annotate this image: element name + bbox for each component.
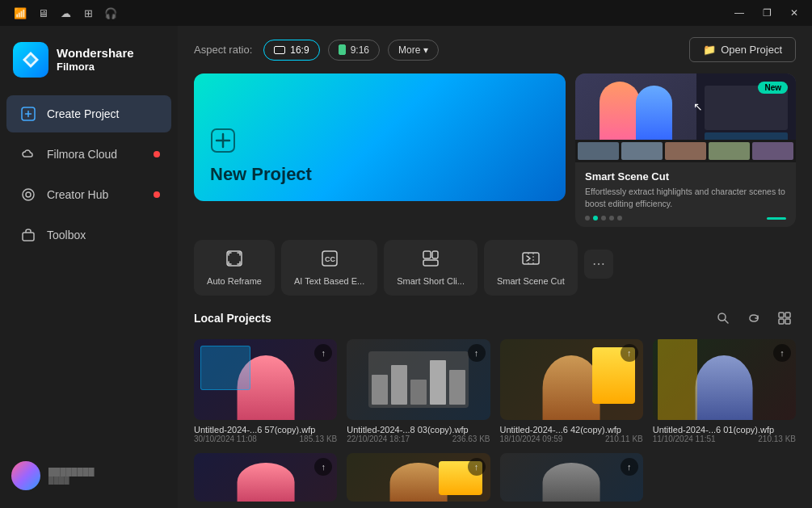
aspect-9-16-button[interactable]: 9:16 [328, 40, 380, 61]
thumb-4 [709, 142, 750, 160]
minimize-button[interactable]: — [728, 4, 751, 22]
project-name-4: Untitled-2024-...6 01(copy).wfp [653, 425, 796, 435]
person-thumb-b1 [237, 463, 294, 502]
project-item-1[interactable]: ↑ Untitled-2024-...6 57(copy).wfp 30/10/… [194, 339, 337, 443]
sidebar-item-create-project[interactable]: Create Project [6, 95, 171, 132]
project-thumb-b1: ↑ [194, 453, 337, 502]
user-avatar [11, 461, 40, 490]
slide-dot-4[interactable] [609, 216, 614, 220]
creator-hub-icon [19, 186, 37, 204]
app-logo-text: Wondershare Filmora [57, 46, 134, 73]
upload-icon-3: ↑ [621, 344, 638, 362]
project-grid: ↑ Untitled-2024-...6 57(copy).wfp 30/10/… [194, 339, 796, 443]
refresh-projects-button[interactable] [743, 307, 765, 330]
sidebar-user[interactable]: ████████ ████ [0, 453, 178, 498]
sidebar-item-filmora-cloud-label: Filmora Cloud [47, 148, 117, 161]
tool-smart-scene-cut[interactable]: Smart Scene Cut [484, 240, 578, 296]
upload-icon-b2: ↑ [468, 458, 486, 476]
svg-rect-3 [23, 233, 34, 241]
upload-icon-b3: ↑ [621, 458, 638, 476]
project-thumb-2: ↑ [347, 339, 490, 420]
person1-silhouette [600, 82, 640, 142]
folder-icon: 📁 [703, 44, 716, 56]
user-name: ████████ [48, 468, 166, 477]
app-logo-icon [13, 42, 48, 78]
project-item-4[interactable]: ↑ Untitled-2024-...6 01(copy).wfp 11/10/… [653, 339, 796, 443]
project-item-b1[interactable]: ↑ [194, 453, 337, 506]
project-name-3: Untitled-2024-...6 42(copy).wfp [500, 425, 643, 435]
tool-auto-reframe[interactable]: Auto Reframe [194, 240, 275, 296]
project-date-4: 11/10/2024 11:51 [653, 435, 716, 443]
project-thumb-b2: ↑ [347, 453, 490, 502]
aspect-ratio-label: Aspect ratio: [194, 44, 252, 56]
sidebar-item-create-project-label: Create Project [47, 107, 119, 120]
new-project-card[interactable]: New Project [194, 73, 566, 201]
project-size-2: 236.63 KB [452, 435, 490, 443]
tool-smart-short-clip[interactable]: Smart Short Cli... [384, 240, 478, 296]
sidebar-item-filmora-cloud[interactable]: Filmora Cloud [6, 136, 171, 173]
person-thumb-b3 [543, 463, 600, 502]
project-date-2: 22/10/2024 18:17 [347, 435, 410, 443]
creator-hub-dot [154, 191, 160, 198]
headset-icon: 🎧 [103, 6, 118, 20]
main-layout: Wondershare Filmora Create Project Filmo… [0, 26, 812, 508]
tool-smart-scene-cut-label: Smart Scene Cut [497, 276, 565, 286]
project-size-4: 210.13 KB [758, 435, 796, 443]
project-meta-3: 18/10/2024 09:59 210.11 KB [500, 435, 643, 443]
content-area: Aspect ratio: 16:9 9:16 More ▾ 📁 Open Pr… [178, 26, 812, 508]
more-aspect-button[interactable]: More ▾ [388, 40, 439, 61]
title-bar: 📶 🖥 ☁ ⊞ 🎧 — ❐ ✕ [0, 0, 812, 26]
filmora-cloud-dot [154, 151, 160, 157]
svg-rect-14 [785, 313, 790, 317]
tool-smart-short-clip-label: Smart Short Cli... [397, 276, 465, 286]
project-item-b3[interactable]: ↑ [500, 453, 643, 506]
tool-ai-text-based[interactable]: CC AI Text Based E... [281, 240, 377, 296]
svg-point-1 [23, 189, 34, 200]
aspect-9-16-label: 9:16 [351, 44, 369, 56]
svg-rect-15 [779, 319, 784, 324]
project-meta-1: 30/10/2024 11:08 185.13 KB [194, 435, 337, 443]
create-project-icon [19, 105, 37, 123]
user-info: ████████ ████ [48, 468, 166, 485]
project-item-2[interactable]: ↑ Untitled-2024-...8 03(copy).wfp 22/10/… [347, 339, 490, 443]
smart-short-clip-icon [422, 250, 440, 271]
close-button[interactable]: ✕ [783, 4, 806, 22]
window-controls: — ❐ ✕ [728, 4, 806, 22]
wifi-icon: 📶 [13, 6, 27, 20]
project-thumb-4: ↑ [653, 339, 796, 420]
new-badge: New [758, 82, 788, 94]
slide-dot-3[interactable] [601, 216, 606, 220]
project-thumb-b3: ↑ [500, 453, 643, 502]
slide-dot-2[interactable] [593, 216, 598, 220]
ai-text-based-icon: CC [321, 250, 339, 271]
slide-dot-1[interactable] [585, 216, 590, 220]
tool-ai-text-based-label: AI Text Based E... [294, 276, 364, 286]
project-item-3[interactable]: ↑ Untitled-2024-...6 42(copy).wfp 18/10/… [500, 339, 643, 443]
sidebar-item-creator-hub[interactable]: Creator Hub [6, 176, 171, 213]
sidebar-item-toolbox[interactable]: Toolbox [6, 216, 171, 254]
slide-dot-5[interactable] [617, 216, 622, 220]
project-grid-bottom: ↑ ↑ ↑ [194, 453, 796, 506]
portrait-icon [339, 44, 346, 55]
progress-indicator [767, 217, 786, 220]
grid-view-button[interactable] [773, 307, 796, 330]
upload-icon-1: ↑ [314, 344, 332, 362]
restore-button[interactable]: ❐ [755, 4, 778, 22]
aspect-16-9-button[interactable]: 16:9 [263, 40, 319, 61]
project-item-b2[interactable]: ↑ [347, 453, 490, 506]
open-project-button[interactable]: 📁 Open Project [689, 37, 796, 62]
search-projects-button[interactable] [712, 307, 734, 330]
thumb-2 [621, 142, 663, 160]
tools-row: Auto Reframe CC AI Text Based E... [178, 240, 812, 307]
project-meta-2: 22/10/2024 18:17 236.63 KB [347, 435, 490, 443]
thumb-5 [752, 142, 793, 160]
feature-card-title: Smart Scene Cut [585, 170, 786, 183]
landscape-icon [274, 46, 285, 54]
feature-card[interactable]: New ↖ [575, 73, 796, 227]
tools-more-button[interactable]: ⋯ [584, 250, 613, 279]
tool-auto-reframe-label: Auto Reframe [207, 276, 262, 286]
logo-subtitle: Filmora [57, 61, 134, 73]
project-size-3: 210.11 KB [605, 435, 643, 443]
person-thumb-3 [543, 355, 600, 420]
person-thumb-4 [696, 355, 753, 420]
